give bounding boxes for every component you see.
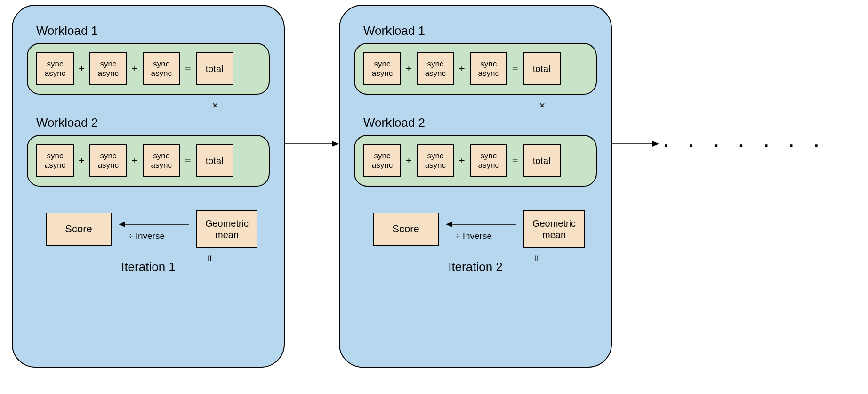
multiply-op: × — [27, 99, 270, 112]
plus-op: + — [131, 155, 139, 167]
async-text: async — [478, 69, 499, 78]
workload-1-label: Workload 1 — [363, 24, 597, 38]
sync-text: sync — [427, 59, 443, 69]
async-text: async — [98, 161, 119, 170]
total-box: total — [196, 52, 233, 85]
sync-text: sync — [47, 151, 64, 161]
gmean-l2: mean — [215, 229, 239, 240]
next-arrow-1 — [285, 139, 339, 150]
workload-2-row: sync async + sync async + sync async = t… — [27, 135, 270, 187]
sync-async-box: sync async — [417, 52, 454, 85]
sync-async-box: sync async — [36, 144, 74, 177]
svg-marker-3 — [332, 141, 339, 147]
equals-vertical: = — [203, 255, 215, 262]
total-box: total — [523, 144, 561, 177]
inverse-label: ÷ Inverse — [128, 231, 165, 241]
svg-marker-1 — [119, 222, 125, 227]
sync-text: sync — [47, 59, 64, 69]
async-text: async — [151, 161, 172, 170]
sync-async-box: sync async — [470, 52, 507, 85]
geometric-mean-box: Geometric mean — [196, 210, 257, 248]
plus-op: + — [405, 63, 413, 75]
score-box: Score — [373, 213, 439, 246]
sync-text: sync — [100, 59, 116, 69]
plus-op: + — [458, 63, 466, 75]
equals-vertical: = — [530, 255, 542, 262]
async-text: async — [372, 69, 393, 78]
geometric-mean-box: Geometric mean — [523, 210, 585, 248]
svg-marker-5 — [446, 222, 452, 227]
plus-op: + — [78, 155, 86, 167]
total-box: total — [196, 144, 233, 177]
workload-2-label: Workload 2 — [363, 115, 597, 130]
equals-op: = — [511, 155, 519, 167]
score-box: Score — [46, 213, 112, 246]
async-text: async — [98, 69, 119, 78]
async-text: async — [425, 161, 446, 170]
async-text: async — [478, 161, 499, 170]
plus-op: + — [131, 63, 139, 75]
gmean-l1: Geometric — [532, 218, 576, 229]
total-box: total — [523, 52, 561, 85]
iteration-1-title: Iteration 1 — [27, 260, 270, 274]
workload-2-row: sync async + sync async + sync async = t… — [354, 135, 597, 187]
equals-op: = — [184, 63, 192, 75]
sync-async-box: sync async — [36, 52, 74, 85]
svg-marker-7 — [652, 141, 659, 147]
sync-text: sync — [153, 151, 169, 161]
sync-async-box: sync async — [89, 144, 127, 177]
async-text: async — [45, 69, 65, 78]
sync-async-box: sync async — [470, 144, 507, 177]
sync-text: sync — [374, 151, 391, 161]
async-text: async — [425, 69, 446, 78]
inverse-arrow: ÷ Inverse — [446, 220, 516, 238]
multiply-op: × — [354, 99, 597, 112]
gmean-l2: mean — [542, 229, 566, 240]
async-text: async — [372, 161, 393, 170]
score-row: Score ÷ Inverse Geometric mean — [46, 210, 270, 248]
workload-1-row: sync async + sync async + sync async = t… — [354, 43, 597, 95]
workload-2-label: Workload 2 — [36, 115, 270, 130]
plus-op: + — [405, 155, 413, 167]
score-row: Score ÷ Inverse Geometric mean — [373, 210, 597, 248]
continuation-dots: . . . . . . . — [664, 131, 826, 151]
inverse-arrow: ÷ Inverse — [119, 220, 189, 238]
sync-async-box: sync async — [143, 144, 180, 177]
sync-text: sync — [480, 151, 497, 161]
workload-1-row: sync async + sync async + sync async = t… — [27, 43, 270, 95]
sync-async-box: sync async — [363, 52, 401, 85]
iteration-1-panel: Workload 1 sync async + sync async + syn… — [12, 5, 285, 368]
sync-text: sync — [153, 59, 169, 69]
next-arrow-2 — [612, 139, 659, 150]
sync-async-box: sync async — [363, 144, 401, 177]
workload-1-label: Workload 1 — [36, 24, 270, 38]
sync-text: sync — [480, 59, 497, 69]
sync-async-box: sync async — [417, 144, 454, 177]
plus-op: + — [458, 155, 466, 167]
plus-op: + — [78, 63, 86, 75]
sync-text: sync — [427, 151, 443, 161]
async-text: async — [45, 161, 65, 170]
gmean-l1: Geometric — [205, 218, 249, 229]
async-text: async — [151, 69, 172, 78]
sync-text: sync — [100, 151, 116, 161]
sync-async-box: sync async — [143, 52, 180, 85]
equals-op: = — [184, 155, 192, 167]
iteration-2-title: Iteration 2 — [354, 260, 597, 274]
equals-op: = — [511, 63, 519, 75]
inverse-label: ÷ Inverse — [455, 231, 492, 241]
sync-text: sync — [374, 59, 391, 69]
sync-async-box: sync async — [89, 52, 127, 85]
iteration-2-panel: Workload 1 sync async + sync async + syn… — [339, 5, 612, 368]
